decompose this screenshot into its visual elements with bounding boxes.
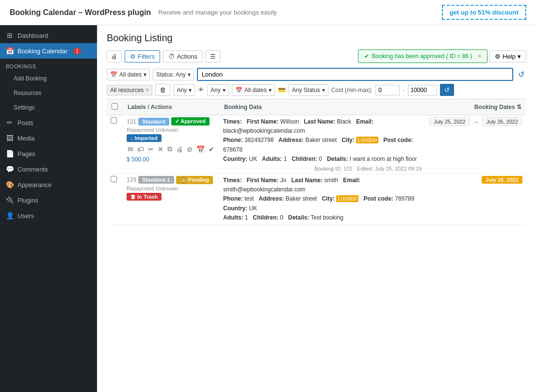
all-dates2-filter[interactable]: 📅 All dates ▾ (232, 84, 275, 96)
remove-resources-btn[interactable]: × (146, 87, 149, 94)
row1-print-icon[interactable]: 🖨 (175, 144, 184, 154)
cost-min-input[interactable] (375, 85, 400, 95)
media-icon: 🖼 (6, 134, 14, 142)
booking-table: Labels / Actions Booking Data Booking Da… (107, 99, 526, 225)
checkbox-header (107, 99, 123, 115)
content-area: Booking Listing 🖨 ⚙ Filters ⏱ Actions ☰ (97, 25, 536, 392)
notification-close[interactable]: × (478, 53, 481, 60)
select-all-checkbox[interactable] (112, 103, 118, 110)
row1-dates-cell: July 25, 2022 → July 26, 2022 (425, 115, 526, 174)
plugins-label: Plugins (17, 197, 38, 204)
row2-repayment-label: Repayment (127, 186, 154, 191)
header-left: Booking Calendar – WordPress plugin Rece… (10, 8, 277, 17)
toolbar-left: 🖨 ⚙ Filters ⏱ Actions ☰ (107, 50, 220, 63)
calendar-filter-icon: 📅 (110, 71, 117, 78)
calendar-icon: 📅 (6, 47, 14, 55)
row1-price: $ 500.00 (127, 156, 215, 163)
any-status-filter[interactable]: Any Status ▾ (289, 84, 328, 96)
main-layout: ⊞ Dashboard 📅 Booking Calendar 1 Booking… (0, 25, 536, 392)
row1-block-icon[interactable]: ⊘ (186, 144, 194, 154)
cal2-icon: 📅 (235, 87, 243, 94)
site-title: Booking Calendar – WordPress plugin (10, 8, 151, 17)
sidebar-item-comments[interactable]: 💬 Comments (0, 161, 97, 177)
notification-text: Booking has been approved ( ID = 86 ) (372, 53, 472, 60)
help-button[interactable]: ⚙ Help ▾ (489, 50, 526, 63)
any2-filter[interactable]: Any ▾ (207, 84, 229, 96)
row2-booking-data: Times: First Name: Jo Last Name: smith E… (223, 176, 422, 222)
filters-button[interactable]: ⚙ Filters (125, 50, 160, 63)
row1-booking-data: Times: First Name: Willson Last Name: Bl… (223, 117, 422, 164)
booking-data-header: Booking Data (219, 99, 425, 115)
status-filter[interactable]: Status: Any ▾ (153, 69, 194, 80)
users-label: Users (17, 212, 34, 220)
bookings-submenu: Bookings Add Booking Resources Settings (0, 59, 97, 115)
check-icon: ✔ (364, 53, 369, 60)
search-input[interactable] (197, 68, 513, 81)
row1-checkbox-cell (107, 115, 123, 174)
pages-icon: 📄 (6, 150, 14, 157)
any-filter[interactable]: Any ▾ (173, 84, 195, 96)
refresh-button[interactable]: ↺ (516, 68, 526, 81)
print-button[interactable]: 🖨 (107, 50, 122, 63)
trash-icon: 🗑 (160, 86, 166, 94)
sidebar-item-users[interactable]: 👤 Users (0, 208, 97, 223)
sidebar: ⊞ Dashboard 📅 Booking Calendar 1 Booking… (0, 25, 97, 392)
apply-cost-filter[interactable]: ↺ (440, 84, 454, 96)
plugins-icon: 🔌 (6, 196, 14, 204)
row1-date-from: July 25, 2022 (429, 117, 470, 126)
filter-row-1: 📅 All dates ▾ Status: Any ▾ ↺ (107, 68, 526, 81)
row1-calendar-small-icon[interactable]: 📅 (195, 144, 206, 154)
columns-button[interactable]: ☰ (206, 50, 220, 63)
sidebar-item-plugins[interactable]: 🔌 Plugins (0, 192, 97, 208)
sidebar-item-add-booking[interactable]: Add Booking (0, 71, 97, 86)
sidebar-item-media[interactable]: 🖼 Media (0, 130, 97, 146)
site-subtitle: Receive and manage your bookings easily (158, 9, 276, 16)
cost-label: Cost (min-max): (331, 87, 373, 94)
card-icon: 💳 (278, 86, 286, 94)
table-row: 129 Standard-1 ⏳ Pending Repayment Unkno… (107, 173, 526, 224)
sidebar-item-dashboard[interactable]: ⊞ Dashboard (0, 28, 97, 43)
actions-label: Actions (177, 53, 197, 60)
actions-clock-icon: ⏱ (168, 53, 175, 60)
row1-cut-icon[interactable]: ✂ (147, 144, 155, 154)
sidebar-item-booking-calendar[interactable]: 📅 Booking Calendar 1 (0, 43, 97, 59)
row1-check-icon[interactable]: ✔ (208, 144, 215, 154)
row2-approval-tag: ⏳ Pending (176, 176, 213, 184)
row2-checkbox[interactable] (111, 176, 117, 182)
pages-label: Pages (17, 150, 35, 157)
sidebar-item-settings[interactable]: Settings (0, 100, 97, 115)
bookings-section-label: Bookings (0, 59, 97, 71)
actions-button[interactable]: ⏱ Actions (163, 50, 203, 63)
appearance-icon: 🎨 (6, 181, 14, 188)
row2-data-cell: Times: First Name: Jo Last Name: smith E… (219, 173, 425, 224)
toolbar: 🖨 ⚙ Filters ⏱ Actions ☰ ✔ (107, 49, 526, 63)
row1-email-icon[interactable]: ✉ (127, 144, 134, 154)
clear-resource-button[interactable]: 🗑 (155, 84, 170, 96)
row1-repayment-value: Unknown (156, 127, 178, 133)
approval-notification: ✔ Booking has been approved ( ID = 86 ) … (358, 49, 488, 63)
filter-row-2: All resources × 🗑 Any ▾ 👁 Any ▾ 📅 All (107, 84, 526, 96)
sidebar-item-resources[interactable]: Resources (0, 86, 97, 100)
all-dates-filter[interactable]: 📅 All dates ▾ (107, 69, 150, 80)
row2-dates-cell: July 25, 2022 (425, 173, 526, 224)
filter-icon: ⚙ (130, 53, 136, 60)
row1-tag-icon[interactable]: 🏷 (136, 144, 145, 154)
row1-imported-tag: ↓ Imported (127, 134, 162, 142)
row1-date-to: July 26, 2022 (482, 117, 522, 126)
top-header: Booking Calendar – WordPress plugin Rece… (0, 0, 536, 25)
row1-approval-tag: ✓ Approved (171, 117, 210, 125)
booking-badge: 1 (73, 48, 81, 54)
help-chevron: ▾ (518, 53, 521, 60)
labels-actions-header: Labels / Actions (123, 99, 219, 115)
cost-max-input[interactable] (408, 85, 437, 95)
sidebar-item-appearance[interactable]: 🎨 Appearance (0, 177, 97, 192)
row1-delete-icon[interactable]: ✕ (157, 144, 164, 154)
row1-checkbox[interactable] (111, 117, 117, 124)
dates-dropdown-icon: ▾ (144, 71, 146, 78)
booking-listing: Booking Listing 🖨 ⚙ Filters ⏱ Actions ☰ (97, 25, 536, 232)
sidebar-item-posts[interactable]: ✏ Posts (0, 115, 97, 130)
row1-copy-icon[interactable]: ⧉ (166, 144, 173, 154)
sidebar-item-pages[interactable]: 📄 Pages (0, 146, 97, 161)
posts-label: Posts (17, 119, 33, 126)
discount-button[interactable]: get up to 51% discount (442, 5, 526, 20)
